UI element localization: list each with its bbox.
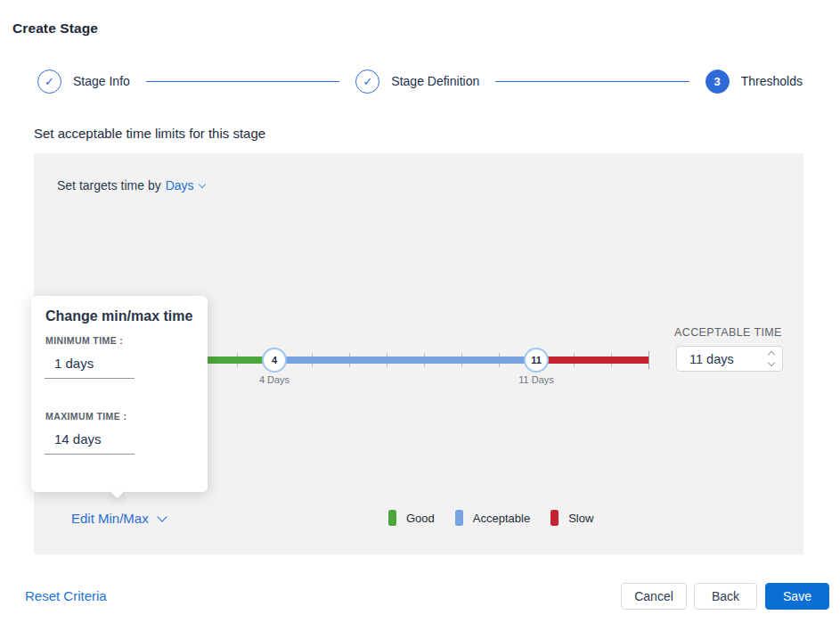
legend-item-slow: Slow	[550, 510, 593, 526]
legend-item-acceptable: Acceptable	[455, 510, 530, 526]
set-targets-row: Set targets time by Days	[57, 178, 205, 193]
cancel-button[interactable]: Cancel	[621, 583, 687, 610]
legend-item-good: Good	[388, 510, 435, 526]
minimum-time-input[interactable]: 1 days	[45, 356, 135, 379]
acceptable-time-value: 11 days	[689, 352, 734, 366]
maximum-time-input[interactable]: 14 days	[45, 431, 135, 455]
step-stage-info[interactable]: ✓ Stage Info	[37, 70, 130, 94]
slider-handle-min-label: 4 Days	[259, 374, 290, 385]
reset-criteria-link[interactable]: Reset Criteria	[25, 588, 107, 603]
check-icon: ✓	[45, 76, 54, 87]
section-heading: Set acceptable time limits for this stag…	[34, 126, 265, 141]
back-button[interactable]: Back	[694, 583, 757, 610]
step-label: Stage Info	[73, 74, 130, 88]
step-label: Thresholds	[741, 74, 803, 88]
slider-handle-max-label: 11 Days	[518, 374, 554, 385]
legend-swatch-acceptable	[455, 510, 463, 526]
popup-title: Change min/max time	[45, 308, 192, 324]
threshold-slider[interactable]: 4 4 Days 11 11 Days	[162, 319, 648, 390]
step-current-circle: 3	[705, 70, 730, 94]
minimum-time-label: MINIMUM TIME :	[45, 335, 123, 346]
step-stage-definition[interactable]: ✓ Stage Definition	[355, 70, 479, 94]
stepper-connector	[146, 81, 340, 82]
slider-tick	[648, 351, 649, 369]
slider-legend: Good Acceptable Slow	[388, 510, 614, 526]
legend-swatch-good	[388, 510, 396, 526]
acceptable-time-input[interactable]: 11 days	[676, 346, 783, 372]
slider-handle-max[interactable]: 11	[524, 348, 549, 373]
change-minmax-popup: Change min/max time MINIMUM TIME : 1 day…	[31, 296, 208, 492]
step-complete-circle: ✓	[355, 70, 379, 94]
set-targets-label: Set targets time by	[57, 178, 161, 193]
step-complete-circle: ✓	[37, 70, 61, 94]
maximum-time-label: MAXIMUM TIME :	[45, 411, 126, 422]
stepper-spinner	[769, 352, 774, 365]
legend-label: Acceptable	[473, 512, 530, 525]
edit-minmax-label: Edit Min/Max	[71, 511, 149, 526]
slider-handle-min[interactable]: 4	[262, 348, 287, 373]
time-unit-dropdown[interactable]: Days	[166, 178, 205, 193]
wizard-stepper: ✓ Stage Info ✓ Stage Definition 3 Thresh…	[37, 69, 803, 94]
edit-minmax-link[interactable]: Edit Min/Max	[71, 511, 166, 526]
chevron-down-icon	[157, 512, 167, 521]
spinner-down-icon[interactable]	[768, 359, 775, 366]
stepper-connector	[495, 81, 689, 82]
check-icon: ✓	[363, 76, 372, 87]
time-unit-value: Days	[166, 178, 194, 193]
step-thresholds[interactable]: 3 Thresholds	[705, 70, 803, 94]
legend-label: Slow	[568, 512, 593, 525]
page-title: Create Stage	[12, 20, 98, 37]
chevron-down-icon	[198, 181, 205, 188]
slider-segment-slow	[536, 357, 648, 364]
legend-swatch-slow	[550, 510, 559, 526]
legend-label: Good	[406, 512, 435, 525]
step-label: Stage Definition	[391, 74, 479, 88]
spinner-up-icon[interactable]	[768, 351, 775, 358]
save-button[interactable]: Save	[765, 583, 829, 610]
acceptable-time-label: ACCEPTABLE TIME	[674, 326, 782, 339]
slider-segment-acceptable	[274, 357, 536, 364]
